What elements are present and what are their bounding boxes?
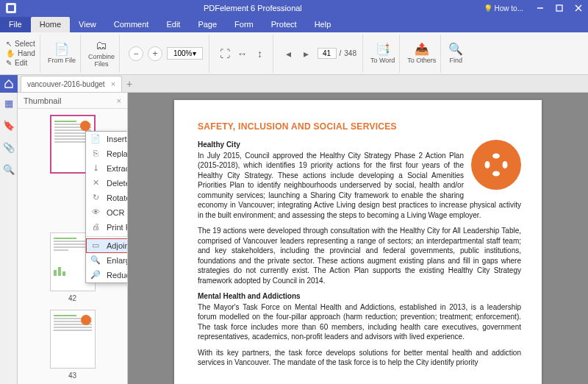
menu-bar: File Home View Comment Edit Page Form Pr… (0, 16, 588, 32)
fit-page-icon[interactable]: ⛶ (218, 47, 232, 60)
search-icon[interactable]: 🔍 (3, 163, 15, 175)
thumbnail-graphic-icon (81, 315, 91, 325)
to-others-button[interactable]: 📤 To Others (403, 35, 441, 73)
next-page-icon[interactable]: ▸ (300, 47, 313, 60)
svg-point-6 (492, 154, 500, 159)
document-tab-label: vancouver-2016-budget (27, 80, 105, 88)
thumbnail-list: 42 43 📄Insert Page▸ ⎘Replace Page ⤓Extra… (18, 109, 127, 384)
svg-rect-3 (556, 5, 562, 11)
document-viewer[interactable]: SAFETY, INCLUSION AND SOCIAL SERVICES He… (128, 93, 588, 384)
app-icon (4, 1, 18, 15)
ctx-reduce-thumbs[interactable]: 🔎Reduce Page Thumbnails (86, 268, 127, 282)
page-nav-group: ◂ ▸ / 348 (276, 35, 363, 73)
to-word-button[interactable]: 📑 To Word (366, 35, 400, 73)
section-heading: Healthy City (198, 140, 521, 150)
menu-form[interactable]: Form (226, 17, 262, 32)
svg-point-8 (492, 171, 500, 177)
thumbnail-panel: Thumbnail × 42 43 (18, 93, 128, 384)
zoom-out-button[interactable]: − (129, 46, 143, 61)
thumbnail-graphic-icon (80, 121, 90, 131)
thumbnail-close-icon[interactable]: × (117, 96, 121, 105)
page-content: SAFETY, INCLUSION AND SOCIAL SERVICES He… (174, 100, 542, 384)
prev-page-icon[interactable]: ◂ (282, 47, 295, 60)
attachment-icon[interactable]: 📎 (3, 141, 15, 153)
to-others-icon: 📤 (415, 42, 429, 56)
menu-help[interactable]: Help (306, 17, 340, 32)
title-bar: PDFelement 6 Professional 💡 How to... (0, 0, 588, 16)
ribbon: ↖ Select ✋ Hand ✎ Edit 📄 From File 🗂 Com… (0, 32, 588, 75)
menu-view[interactable]: View (70, 17, 105, 32)
menu-home[interactable]: Home (31, 17, 70, 32)
hand-tool[interactable]: ✋ Hand (6, 49, 35, 57)
home-tab-button[interactable] (0, 75, 18, 93)
ctx-extract-page[interactable]: ⤓Extract Page (86, 161, 127, 176)
ctx-replace-page[interactable]: ⎘Replace Page (86, 146, 127, 161)
ctx-enlarge-thumbs[interactable]: 🔍Enlarge Page Thumbnails (86, 253, 127, 268)
menu-file[interactable]: File (0, 17, 31, 32)
svg-point-7 (503, 161, 508, 168)
howto-link[interactable]: 💡 How to... (484, 4, 523, 13)
document-tab[interactable]: vancouver-2016-budget × (21, 76, 122, 92)
fit-group: ⛶ ↔ ↕ (212, 35, 273, 73)
page-counter: / 348 (318, 48, 356, 59)
find-button[interactable]: 🔍 Find (444, 35, 467, 73)
ctx-rotate-page[interactable]: ↻Rotate Page (86, 191, 127, 205)
add-tab-button[interactable]: + (126, 78, 132, 90)
bookmark-icon[interactable]: 🔖 (3, 119, 15, 131)
zoom-group: − + 100% ▾ (123, 35, 209, 73)
from-file-button[interactable]: 📄 From File (43, 35, 81, 73)
ctx-adjoin-pages[interactable]: ▭Adjoin all pages into one single image (86, 238, 127, 253)
fit-height-icon[interactable]: ↕ (254, 47, 267, 60)
menu-edit[interactable]: Edit (157, 17, 189, 32)
close-button[interactable] (569, 0, 588, 16)
thumbnail-label: 43 (24, 371, 121, 380)
minimize-button[interactable] (531, 0, 550, 16)
left-rail: ▦ 🔖 📎 🔍 (0, 93, 18, 384)
context-menu: 📄Insert Page▸ ⎘Replace Page ⤓Extract Pag… (85, 131, 127, 283)
svg-point-9 (485, 161, 490, 168)
ctx-print-page[interactable]: 🖨Print Page (86, 220, 127, 235)
thumbnail-header: Thumbnail × (18, 93, 127, 109)
menu-protect[interactable]: Protect (262, 17, 306, 32)
select-tool[interactable]: ↖ Select (6, 40, 35, 48)
tab-close-icon[interactable]: × (111, 79, 115, 88)
fit-width-icon[interactable]: ↔ (236, 47, 249, 60)
thumbnail-item[interactable] (50, 310, 96, 369)
page-heading: SAFETY, INCLUSION AND SOCIAL SERVICES (198, 121, 521, 132)
ctx-delete-page[interactable]: ✕Delete Page (86, 176, 127, 191)
find-icon: 🔍 (448, 42, 463, 56)
from-file-icon: 📄 (54, 42, 69, 56)
body-text: The 19 actions were developed through co… (198, 226, 521, 285)
app-title: PDFelement 6 Professional (22, 4, 484, 13)
body-text: The Mayor's Task Force on Mental Health … (198, 302, 521, 342)
ctx-ocr-page[interactable]: 👁OCR Page (86, 205, 127, 220)
zoom-value[interactable]: 100% ▾ (167, 47, 203, 60)
thumbnails-icon[interactable]: ▦ (3, 97, 15, 109)
thumbnail-label: 42 (24, 294, 121, 302)
body-text: With its key partners, the task force de… (198, 348, 521, 368)
combine-button[interactable]: 🗂 Combine Files (84, 35, 120, 73)
combine-icon: 🗂 (96, 39, 107, 52)
section-heading: Mental Health and Addictions (198, 291, 521, 302)
hero-icon (471, 140, 521, 190)
document-tabbar: vancouver-2016-budget × + (0, 75, 588, 93)
menu-page[interactable]: Page (189, 17, 226, 32)
menu-comment[interactable]: Comment (105, 17, 158, 32)
to-word-icon: 📑 (376, 42, 390, 56)
page-current-input[interactable] (318, 48, 337, 59)
maximize-button[interactable] (550, 0, 569, 16)
ribbon-tools: ↖ Select ✋ Hand ✎ Edit (4, 35, 40, 73)
zoom-in-button[interactable]: + (148, 46, 162, 61)
svg-rect-1 (8, 5, 14, 11)
edit-tool[interactable]: ✎ Edit (6, 59, 35, 67)
ctx-insert-page[interactable]: 📄Insert Page▸ (86, 132, 127, 146)
